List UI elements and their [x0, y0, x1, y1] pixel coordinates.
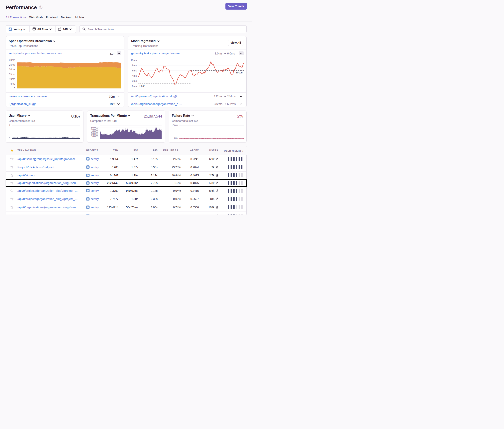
svg-text:?: ?: [40, 6, 41, 8]
